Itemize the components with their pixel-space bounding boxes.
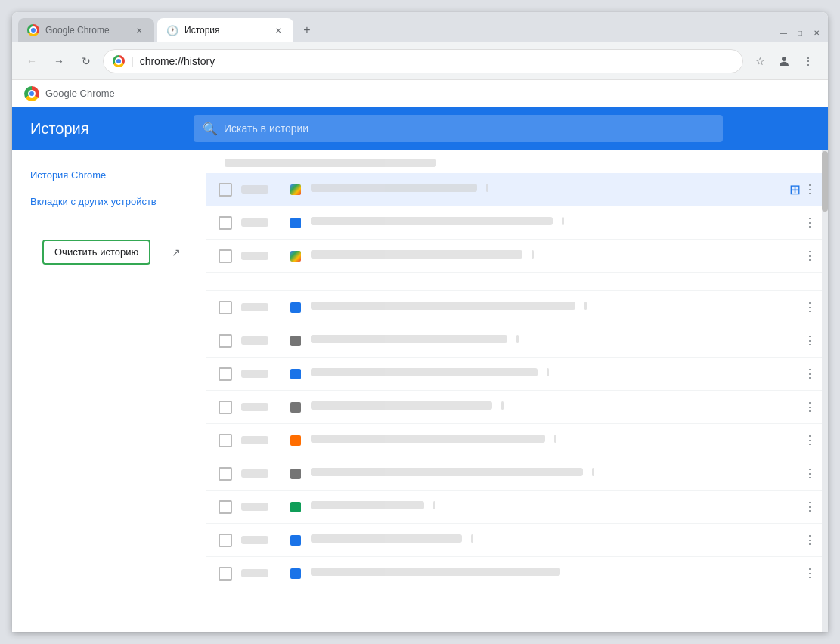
reload-button[interactable]: ↻ [76,51,97,72]
chrome-favicon-tab1 [27,24,39,36]
table-row[interactable]: ⋮ [206,358,828,391]
row-more-icon[interactable]: ⋮ [804,215,816,230]
title-bar: Google Chrome ✕ 🕐 История ✕ + — □ ✕ [12,12,828,42]
row-more-icon[interactable]: ⋮ [804,500,816,514]
favicon-icon [290,251,301,262]
minimize-button[interactable]: — [778,27,789,38]
table-row[interactable]: ⋮ [206,324,828,358]
url-favicon-icon [113,55,125,67]
scrollbar-track[interactable] [822,150,828,632]
row-checkbox[interactable] [219,467,232,481]
forward-button[interactable]: → [48,51,70,72]
history-search-bar[interactable]: 🔍 Искать в истории [194,115,723,142]
favicon-icon [290,535,301,546]
bookmark-icon[interactable]: ☆ [749,51,770,72]
sidebar-divider [12,221,206,221]
profile-icon[interactable] [773,51,795,72]
open-in-new-icon[interactable]: ↗ [172,246,181,259]
table-row[interactable]: ⋮ [206,457,828,491]
date-section-text [225,159,436,167]
address-bar: ← → ↻ | chrome://history ☆ ⋮ [12,42,828,80]
row-checkbox[interactable] [219,334,232,348]
url-input[interactable]: | chrome://history [103,49,743,73]
row-checkbox[interactable] [219,534,232,547]
row-checkbox[interactable] [219,301,232,314]
scrollbar-thumb[interactable] [822,151,828,212]
table-row[interactable]: ⋮ [206,557,828,590]
bookmark-filled-icon: ⊞ [789,181,801,198]
sidebar-item-other-devices[interactable]: Вкладки с других устройств [12,188,206,215]
toolbar-icons: ☆ ⋮ [749,51,819,72]
favicon-icon [290,218,301,228]
app-name-bar: Google Chrome [12,80,828,107]
table-row[interactable]: ⋮ [206,491,828,524]
favicon-icon [290,302,301,313]
row-more-icon[interactable]: ⋮ [804,466,816,481]
favicon-icon [290,435,301,446]
tab1-label: Google Chrome [45,25,127,36]
row-more-icon[interactable]: ⋮ [804,367,816,381]
url-display: chrome://history [140,55,215,67]
row-checkbox[interactable] [219,500,232,514]
row-checkbox[interactable] [219,249,232,263]
browser-window: Google Chrome ✕ 🕐 История ✕ + — □ ✕ ← → … [12,12,828,632]
tab-history[interactable]: 🕐 История ✕ [157,18,293,42]
table-row[interactable]: ⊞ ⋮ [206,173,828,206]
search-icon: 🔍 [203,122,218,136]
table-row[interactable]: ⋮ [206,206,828,240]
svg-point-0 [782,57,786,61]
tab2-label: История [184,25,266,36]
app-name-text: Google Chrome [45,88,115,99]
history-page-title: История [30,120,181,138]
favicon-icon [290,469,301,479]
sidebar-item-chrome-history[interactable]: История Chrome [12,162,206,188]
favicon-icon [290,184,301,195]
table-row[interactable]: ⋮ [206,524,828,557]
row-more-icon[interactable]: ⋮ [804,249,816,263]
search-placeholder-text: Искать в истории [224,122,308,135]
row-more-icon[interactable]: ⋮ [804,433,816,447]
row-more-icon[interactable]: ⋮ [804,566,816,581]
row-more-icon[interactable]: ⋮ [804,400,816,414]
favicon-icon [290,402,301,413]
table-row[interactable]: ⋮ [206,291,828,324]
favicon-icon [290,568,301,579]
maximize-button[interactable]: □ [795,27,805,38]
new-tab-button[interactable]: + [296,20,318,41]
row-more-icon[interactable]: ⋮ [804,300,816,314]
row-more-icon[interactable]: ⋮ [804,533,816,547]
table-row[interactable]: ⋮ [206,424,828,457]
favicon-icon [290,369,301,379]
tab-google-chrome[interactable]: Google Chrome ✕ [18,18,154,42]
table-row-spacer [206,273,828,291]
menu-icon[interactable]: ⋮ [798,51,819,72]
row-checkbox[interactable] [219,183,232,197]
table-row[interactable]: ⋮ [206,240,828,273]
row-checkbox[interactable] [219,567,232,581]
clear-history-button[interactable]: Очистить историю [42,240,150,265]
favicon-icon [290,336,301,346]
back-button[interactable]: ← [21,51,42,72]
content-wrapper: История 🔍 Искать в истории История Chrom… [12,107,828,632]
sidebar: История Chrome Вкладки с других устройст… [12,150,206,632]
table-row[interactable]: ⋮ [206,391,828,424]
row-checkbox[interactable] [219,401,232,414]
close-window-button[interactable]: ✕ [811,27,822,38]
app-chrome-logo [24,86,39,101]
row-checkbox[interactable] [219,216,232,230]
tab1-close[interactable]: ✕ [133,24,145,36]
row-checkbox[interactable] [219,367,232,381]
content-body: История Chrome Вкладки с других устройст… [12,150,828,632]
history-favicon-tab2: 🕐 [166,25,178,36]
history-date-header [206,150,828,173]
favicon-icon [290,502,301,512]
row-more-icon[interactable]: ⋮ [804,333,816,348]
history-header: История 🔍 Искать в истории [12,107,828,150]
window-controls: — □ ✕ [778,27,822,38]
history-list[interactable]: ⊞ ⋮ ⋮ [206,150,828,632]
row-more-icon[interactable]: ⋮ [804,182,816,197]
row-checkbox[interactable] [219,434,232,447]
tab2-close[interactable]: ✕ [272,24,284,36]
